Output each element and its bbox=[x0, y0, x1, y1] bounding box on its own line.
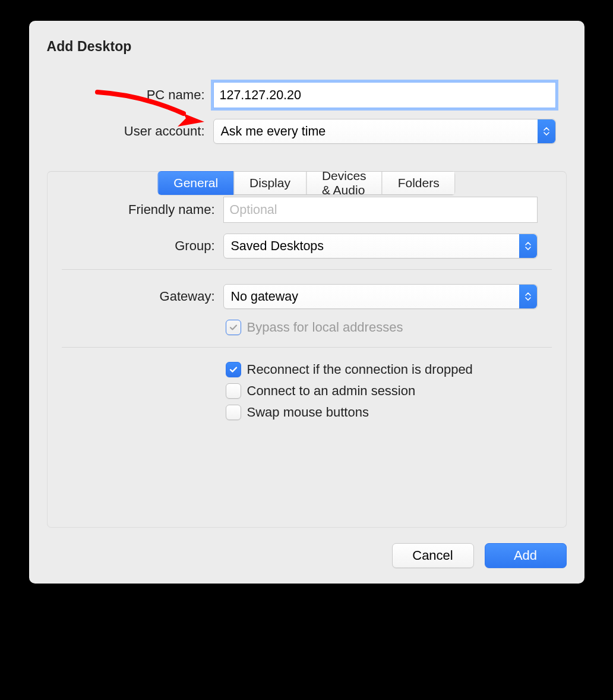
reconnect-checkbox[interactable] bbox=[226, 362, 241, 377]
pc-name-input[interactable] bbox=[213, 82, 556, 108]
pc-name-row: PC name: bbox=[47, 82, 567, 108]
admin-session-label: Connect to an admin session bbox=[247, 383, 416, 399]
group-value: Saved Desktops bbox=[231, 239, 324, 254]
updown-icon bbox=[538, 119, 555, 143]
admin-session-row: Connect to an admin session bbox=[48, 383, 566, 399]
user-account-select[interactable]: Ask me every time bbox=[213, 119, 556, 144]
dialog-title: Add Desktop bbox=[47, 39, 567, 55]
friendly-name-input[interactable] bbox=[223, 197, 538, 223]
tab-display[interactable]: Display bbox=[233, 171, 306, 195]
user-account-label: User account: bbox=[47, 124, 213, 139]
friendly-name-row: Friendly name: bbox=[48, 197, 566, 223]
user-account-value: Ask me every time bbox=[221, 124, 326, 139]
friendly-name-label: Friendly name: bbox=[62, 202, 223, 217]
tab-devices-audio[interactable]: Devices & Audio bbox=[306, 171, 382, 195]
bypass-row: Bypass for local addresses bbox=[48, 320, 566, 335]
user-account-row: User account: Ask me every time bbox=[47, 119, 567, 144]
dialog-footer: Cancel Add bbox=[47, 543, 567, 568]
tab-strip: General Display Devices & Audio Folders bbox=[157, 171, 455, 195]
gateway-select[interactable]: No gateway bbox=[223, 284, 538, 309]
separator bbox=[62, 347, 552, 348]
updown-icon bbox=[519, 234, 537, 258]
gateway-value: No gateway bbox=[231, 289, 299, 304]
tab-folders[interactable]: Folders bbox=[382, 171, 456, 195]
gateway-label: Gateway: bbox=[62, 289, 223, 304]
swap-mouse-row: Swap mouse buttons bbox=[48, 405, 566, 420]
swap-mouse-label: Swap mouse buttons bbox=[247, 405, 369, 420]
cancel-button[interactable]: Cancel bbox=[392, 543, 474, 568]
add-button[interactable]: Add bbox=[485, 543, 567, 568]
reconnect-label: Reconnect if the connection is dropped bbox=[247, 362, 473, 377]
swap-mouse-checkbox[interactable] bbox=[226, 405, 241, 420]
pc-name-label: PC name: bbox=[47, 87, 213, 103]
add-desktop-window: Add Desktop PC name: User account: Ask m… bbox=[29, 21, 584, 584]
tab-pane-general: Friendly name: Group: Saved Desktops bbox=[47, 171, 567, 528]
updown-icon bbox=[519, 285, 537, 308]
bypass-label: Bypass for local addresses bbox=[247, 320, 403, 335]
group-select[interactable]: Saved Desktops bbox=[223, 234, 538, 258]
admin-session-checkbox[interactable] bbox=[226, 383, 241, 399]
gateway-row: Gateway: No gateway bbox=[48, 284, 566, 309]
separator bbox=[62, 269, 552, 270]
reconnect-row: Reconnect if the connection is dropped bbox=[48, 362, 566, 377]
bypass-checkbox bbox=[226, 320, 241, 335]
group-row: Group: Saved Desktops bbox=[48, 234, 566, 258]
tab-general[interactable]: General bbox=[157, 171, 233, 195]
group-label: Group: bbox=[62, 238, 223, 254]
